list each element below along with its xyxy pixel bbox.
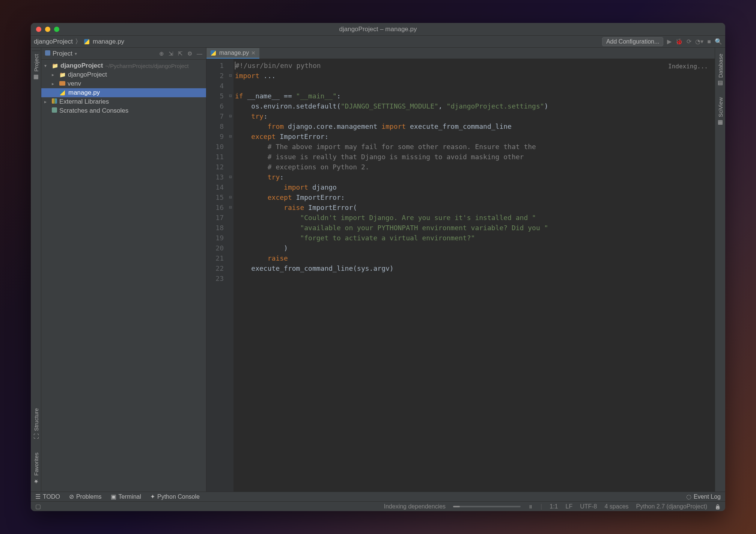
- fold-marker-icon[interactable]: [227, 263, 233, 273]
- code-line[interactable]: # issue is really that Django is missing…: [235, 152, 715, 162]
- search-everywhere-icon[interactable]: 🔍: [715, 38, 722, 45]
- add-configuration-button[interactable]: Add Configuration...: [602, 37, 663, 46]
- quick-panel-icon[interactable]: ▢: [35, 503, 41, 510]
- database-tool-tab[interactable]: ▤ Database: [716, 51, 724, 90]
- minimize-window-button[interactable]: [45, 27, 50, 32]
- code-line[interactable]: try:: [235, 111, 715, 121]
- tree-external-libraries[interactable]: External Libraries: [41, 97, 206, 106]
- close-window-button[interactable]: [36, 27, 41, 32]
- breadcrumb-file[interactable]: manage.py: [93, 38, 124, 45]
- code-line[interactable]: raise ImportError(: [235, 202, 715, 213]
- bottom-tool-bar: ☰ TODO ⊘ Problems ▣ Terminal ✦ Python Co…: [31, 492, 725, 501]
- chevron-down-icon[interactable]: [44, 63, 50, 68]
- terminal-tool-button[interactable]: ▣ Terminal: [111, 493, 141, 500]
- coverage-icon[interactable]: ⟳: [687, 38, 691, 45]
- code-line[interactable]: # The above import may fail for some oth…: [235, 142, 715, 152]
- close-tab-icon[interactable]: ✕: [251, 50, 256, 56]
- line-number-gutter: 124567891011121314151617181920212223: [206, 59, 227, 492]
- code-line[interactable]: # exceptions on Python 2.: [235, 162, 715, 172]
- favorites-tool-tab[interactable]: ★ Favorites: [32, 450, 40, 488]
- fold-marker-icon[interactable]: ⊟: [227, 202, 233, 213]
- todo-tool-button[interactable]: ☰ TODO: [35, 493, 60, 500]
- code-line[interactable]: [235, 81, 715, 91]
- fold-marker-icon[interactable]: [227, 182, 233, 192]
- code-line[interactable]: "Couldn't import Django. Are you sure it…: [235, 213, 715, 223]
- status-encoding[interactable]: UTF-8: [580, 503, 597, 510]
- tree-scratches[interactable]: Scratches and Consoles: [41, 106, 206, 115]
- tree-item-package[interactable]: djangoProject: [41, 70, 206, 79]
- collapse-all-icon[interactable]: ⇱: [178, 50, 183, 57]
- code-line[interactable]: "available on your PYTHONPATH environmen…: [235, 223, 715, 233]
- code-line[interactable]: from django.core.management import execu…: [235, 121, 715, 131]
- sciview-tool-tab[interactable]: ▦ SciView: [716, 94, 724, 129]
- sciview-icon: ▦: [717, 119, 724, 126]
- fold-gutter: ⊟⊟⊟⊟⊟⊟⊟: [227, 59, 233, 492]
- fold-marker-icon[interactable]: ⊟: [227, 91, 233, 101]
- code-line[interactable]: os.environ.setdefault("DJANGO_SETTINGS_M…: [235, 101, 715, 111]
- fold-marker-icon[interactable]: [227, 243, 233, 253]
- fold-marker-icon[interactable]: [227, 253, 233, 263]
- fold-marker-icon[interactable]: [227, 233, 233, 243]
- profile-icon[interactable]: ◔▾: [695, 38, 703, 45]
- code-line[interactable]: execute_from_command_line(sys.argv): [235, 263, 715, 273]
- stop-icon[interactable]: ■: [707, 38, 711, 45]
- run-icon[interactable]: ▶: [667, 38, 672, 45]
- fold-marker-icon[interactable]: [227, 101, 233, 111]
- code-body[interactable]: #!/usr/bin/env pythonimport ...if __name…: [233, 59, 715, 492]
- settings-gear-icon[interactable]: ⚙: [187, 50, 192, 57]
- chevron-right-icon[interactable]: [44, 99, 50, 104]
- fold-marker-icon[interactable]: [227, 152, 233, 162]
- code-line[interactable]: import django: [235, 182, 715, 192]
- fold-marker-icon[interactable]: ⊟: [227, 111, 233, 121]
- status-indent[interactable]: 4 spaces: [605, 503, 629, 510]
- hide-panel-icon[interactable]: —: [197, 50, 202, 57]
- fold-marker-icon[interactable]: [227, 223, 233, 233]
- code-line[interactable]: import ...: [235, 71, 715, 81]
- breadcrumb-project[interactable]: djangoProject: [34, 38, 73, 45]
- fold-marker-icon[interactable]: ⊟: [227, 172, 233, 182]
- event-log-button[interactable]: ◌ Event Log: [686, 493, 721, 500]
- fold-marker-icon[interactable]: ⊟: [227, 131, 233, 142]
- right-tool-gutter: ▤ Database ▦ SciView: [715, 48, 725, 492]
- tree-item-manage-py[interactable]: manage.py: [41, 88, 206, 97]
- status-interpreter[interactable]: Python 2.7 (djangoProject): [636, 503, 707, 510]
- problems-tool-button[interactable]: ⊘ Problems: [69, 493, 102, 500]
- fold-marker-icon[interactable]: [227, 213, 233, 223]
- pause-indexing-icon[interactable]: [528, 503, 533, 510]
- project-tool-tab[interactable]: ▦ Project: [32, 51, 40, 84]
- tree-item-venv[interactable]: venv: [41, 79, 206, 88]
- chevron-right-icon[interactable]: [52, 81, 57, 86]
- code-line[interactable]: try:: [235, 172, 715, 182]
- tree-root[interactable]: djangoProject ~/PycharmProjects/djangoPr…: [41, 61, 206, 70]
- fold-marker-icon[interactable]: [227, 142, 233, 152]
- editor-tab-manage-py[interactable]: manage.py ✕: [206, 48, 259, 59]
- fold-marker-icon[interactable]: [227, 81, 233, 91]
- left-tool-gutter: ▦ Project ⛶ Structure ★ Favorites: [31, 48, 41, 492]
- code-line[interactable]: except ImportError:: [235, 131, 715, 142]
- fold-marker-icon[interactable]: ⊟: [227, 71, 233, 81]
- fold-marker-icon[interactable]: [227, 273, 233, 284]
- status-line-separator[interactable]: LF: [566, 503, 573, 510]
- code-line[interactable]: ): [235, 243, 715, 253]
- expand-all-icon[interactable]: ⇲: [169, 50, 173, 57]
- debug-icon[interactable]: 🐞: [675, 38, 683, 45]
- code-line[interactable]: except ImportError:: [235, 192, 715, 202]
- fold-marker-icon[interactable]: [227, 162, 233, 172]
- code-line[interactable]: [235, 273, 715, 284]
- code-line[interactable]: raise: [235, 253, 715, 263]
- code-line[interactable]: if __name__ == "__main__":: [235, 91, 715, 101]
- fold-marker-icon[interactable]: ⊟: [227, 192, 233, 202]
- fold-marker-icon[interactable]: [227, 60, 233, 71]
- code-editor[interactable]: 124567891011121314151617181920212223 ⊟⊟⊟…: [206, 59, 715, 492]
- code-line[interactable]: #!/usr/bin/env python: [235, 60, 715, 71]
- code-line[interactable]: "forget to activate a virtual environmen…: [235, 233, 715, 243]
- maximize-window-button[interactable]: [54, 27, 59, 32]
- status-cursor-position[interactable]: 1:1: [550, 503, 558, 510]
- chevron-right-icon[interactable]: [52, 72, 57, 77]
- python-console-tool-button[interactable]: ✦ Python Console: [150, 493, 200, 500]
- locate-icon[interactable]: ⊕: [159, 50, 164, 57]
- project-panel-title[interactable]: Project ▾: [45, 50, 156, 57]
- readonly-lock-icon[interactable]: [715, 503, 721, 510]
- structure-tool-tab[interactable]: ⛶ Structure: [32, 405, 40, 442]
- fold-marker-icon[interactable]: [227, 121, 233, 131]
